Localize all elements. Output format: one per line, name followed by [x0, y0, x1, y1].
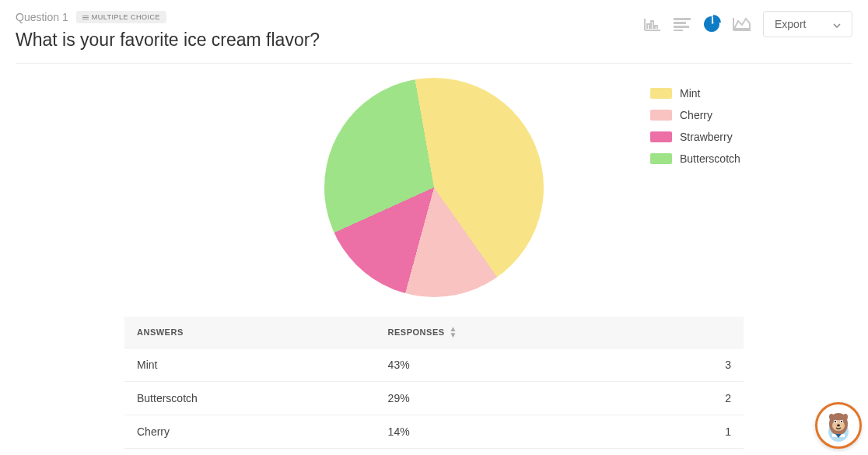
table-row: Mint43%3 [124, 348, 744, 382]
legend-label: Strawberry [680, 131, 733, 143]
divider [16, 63, 852, 64]
legend-label: Cherry [680, 109, 712, 121]
svg-point-7 [835, 421, 836, 422]
svg-rect-1 [674, 22, 686, 24]
legend-swatch [650, 153, 672, 164]
legend-item[interactable]: Strawberry [650, 131, 740, 143]
question-number: Question 1 [16, 11, 68, 23]
legend-item[interactable]: Butterscotch [650, 152, 740, 165]
export-label: Export [775, 18, 806, 30]
question-type-text: MULTIPLE CHOICE [92, 13, 160, 21]
legend-label: Butterscotch [680, 152, 740, 165]
help-widget[interactable] [815, 402, 862, 449]
td-percent: 14% [376, 415, 653, 449]
svg-point-11 [829, 414, 834, 420]
horizontal-bars-icon[interactable] [673, 17, 691, 31]
svg-point-9 [841, 421, 842, 422]
th-count [653, 317, 744, 348]
question-type-badge: MULTIPLE CHOICE [76, 11, 166, 23]
question-title: What is your favorite ice cream flavor? [16, 30, 320, 51]
table-row: Butterscotch29%2 [124, 382, 744, 415]
export-button[interactable]: Export [763, 11, 852, 37]
legend-label: Mint [680, 87, 700, 100]
legend-swatch [650, 131, 672, 142]
td-answer: Cherry [124, 415, 376, 449]
table-row: Cherry14%1 [124, 415, 744, 449]
td-count: 3 [653, 348, 744, 382]
legend-swatch [650, 110, 672, 121]
th-responses-label: RESPONSES [388, 327, 445, 337]
bar-chart-icon[interactable] [643, 16, 662, 32]
svg-point-12 [843, 414, 848, 420]
td-percent: 43% [376, 348, 653, 382]
pie-chart [324, 78, 544, 297]
chart-legend: MintCherryStrawberryButterscotch [650, 87, 740, 165]
td-answer: Mint [124, 348, 376, 382]
svg-rect-2 [674, 26, 689, 28]
results-table: ANSWERS RESPONSES ▲▼ Mint43%3Butterscotc… [124, 317, 744, 449]
caret-down-icon [833, 18, 841, 30]
td-answer: Butterscotch [124, 382, 376, 415]
svg-rect-3 [674, 30, 683, 31]
legend-item[interactable]: Cherry [650, 109, 740, 121]
td-count: 1 [653, 415, 744, 449]
td-percent: 29% [376, 382, 653, 415]
svg-point-10 [837, 425, 840, 427]
pie-chart-icon[interactable] [702, 15, 721, 33]
list-icon [82, 16, 89, 19]
legend-swatch [650, 88, 672, 99]
th-answers[interactable]: ANSWERS [124, 317, 376, 348]
th-responses[interactable]: RESPONSES ▲▼ [376, 317, 653, 348]
mascot-icon [821, 408, 856, 443]
area-chart-icon[interactable] [732, 16, 752, 32]
svg-rect-0 [674, 18, 691, 20]
sort-icon: ▲▼ [450, 326, 457, 338]
td-count: 2 [653, 382, 744, 415]
legend-item[interactable]: Mint [650, 87, 740, 100]
